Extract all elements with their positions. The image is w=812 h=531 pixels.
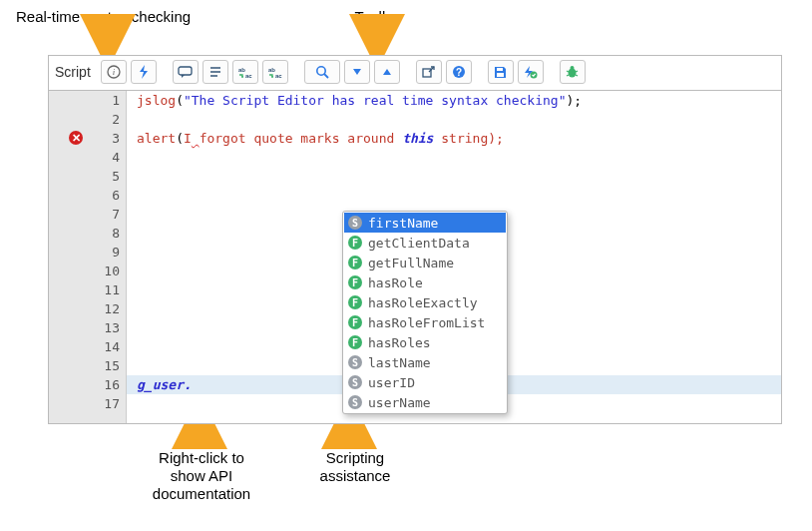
replace-button[interactable]: abac — [232, 60, 258, 84]
property-icon: S — [348, 375, 362, 389]
find-prev-button[interactable] — [374, 60, 400, 84]
autocomplete-item[interactable]: SuserName — [344, 392, 506, 412]
code-punct: ); — [566, 93, 582, 108]
svg-rect-29 — [497, 68, 503, 71]
svg-marker-11 — [182, 75, 185, 78]
gutter-line-number: 14 — [90, 337, 120, 356]
autocomplete-item[interactable]: FhasRoleFromList — [344, 312, 506, 332]
annot-scripting: Scripting assistance — [295, 449, 415, 485]
comment-button[interactable] — [173, 60, 199, 84]
svg-marker-23 — [353, 69, 361, 75]
code-text: string); — [433, 131, 503, 146]
code-active-text: g_user. — [137, 377, 192, 392]
autocomplete-item[interactable]: FhasRole — [344, 272, 506, 292]
autocomplete-label: userID — [368, 375, 415, 390]
svg-rect-30 — [497, 73, 504, 77]
field-label-script: Script — [55, 64, 91, 80]
debug-button[interactable] — [560, 60, 586, 84]
autocomplete-label: firstName — [368, 216, 438, 231]
code-punct: ( — [176, 93, 184, 108]
code-fn: jslog — [137, 93, 176, 108]
code-string: "The Script Editor has real time syntax … — [184, 93, 567, 108]
svg-text:ac: ac — [245, 73, 252, 79]
svg-marker-9 — [140, 65, 148, 79]
function-icon: F — [348, 335, 362, 349]
annot-api-doc: Right-click to show API documentation — [132, 449, 271, 503]
gutter-line-number: 9 — [90, 243, 120, 262]
svg-line-35 — [567, 71, 569, 72]
gutter-line-number: 15 — [90, 356, 120, 375]
annot-syntax-check: Real-time syntax checking — [16, 8, 205, 26]
autocomplete-label: lastName — [368, 355, 431, 370]
function-icon: F — [348, 236, 362, 250]
gutter-line-number: 6 — [90, 186, 120, 205]
code-text: forgot quote marks around — [200, 131, 403, 146]
info-button[interactable]: i — [101, 60, 127, 84]
function-icon: F — [348, 295, 362, 309]
search-button[interactable] — [304, 60, 340, 84]
property-icon: S — [348, 216, 362, 230]
autocomplete-item[interactable]: FhasRoles — [344, 332, 506, 352]
autocomplete-item[interactable]: SuserID — [344, 372, 506, 392]
find-next-button[interactable] — [344, 60, 370, 84]
gutter-line-number: 12 — [90, 299, 120, 318]
replace-all-button[interactable]: abac — [262, 60, 288, 84]
error-icon: ✕ — [69, 131, 83, 145]
gutter: 1234567891011121314151617✕ — [49, 91, 127, 423]
script-editor: Script i abac abac — [48, 55, 782, 424]
svg-line-37 — [567, 75, 569, 76]
autocomplete-item[interactable]: SlastName — [344, 352, 506, 372]
function-icon: F — [348, 315, 362, 329]
format-button[interactable] — [203, 60, 228, 84]
save-button[interactable] — [488, 60, 514, 84]
property-icon: S — [348, 355, 362, 369]
function-icon: F — [348, 256, 362, 269]
gutter-line-number: 8 — [90, 224, 120, 243]
svg-line-36 — [576, 71, 578, 72]
svg-rect-10 — [179, 67, 192, 75]
svg-line-22 — [324, 74, 328, 78]
svg-marker-24 — [383, 69, 391, 75]
validate-button[interactable] — [518, 60, 544, 84]
gutter-line-number: 16 — [90, 375, 120, 394]
autocomplete-item[interactable]: FgetClientData — [344, 233, 506, 253]
gutter-line-number: 10 — [90, 262, 120, 280]
autocomplete-label: hasRoleFromList — [368, 315, 485, 330]
code-area[interactable]: 1234567891011121314151617✕ jslog("The Sc… — [49, 90, 781, 423]
svg-marker-17 — [241, 76, 243, 78]
autocomplete-label: hasRoles — [368, 335, 431, 350]
svg-marker-20 — [271, 76, 273, 78]
gutter-line-number: 17 — [90, 394, 120, 413]
svg-point-34 — [571, 66, 575, 70]
gutter-line-number: 13 — [90, 318, 120, 337]
svg-point-21 — [317, 67, 325, 75]
gutter-line-number: 4 — [90, 148, 120, 167]
gutter-line-number: 7 — [90, 205, 120, 224]
autocomplete-popup[interactable]: SfirstNameFgetClientDataFgetFullNameFhas… — [342, 211, 508, 414]
code-this: this — [402, 131, 433, 146]
gutter-line-number: 2 — [90, 110, 120, 129]
function-icon: F — [348, 275, 362, 289]
gutter-line-number: 3 — [90, 129, 120, 148]
autocomplete-item[interactable]: SfirstName — [344, 213, 506, 233]
autocomplete-label: hasRoleExactly — [368, 295, 478, 310]
autocomplete-label: getFullName — [368, 256, 454, 270]
autocomplete-label: getClientData — [368, 236, 470, 251]
svg-text:ac: ac — [275, 73, 282, 79]
svg-text:?: ? — [456, 67, 462, 78]
gutter-line-number: 1 — [90, 91, 120, 110]
code-punct: ( — [176, 131, 184, 146]
code-fn: alert — [137, 131, 176, 146]
autocomplete-label: userName — [368, 395, 431, 410]
autocomplete-label: hasRole — [368, 275, 423, 290]
autocomplete-item[interactable]: FgetFullName — [344, 253, 506, 272]
property-icon: S — [348, 395, 362, 409]
svg-text:i: i — [113, 67, 116, 77]
lightning-button[interactable] — [131, 60, 157, 84]
gutter-line-number: 5 — [90, 167, 120, 186]
gutter-line-number: 11 — [90, 280, 120, 299]
help-button[interactable]: ? — [446, 60, 472, 84]
autocomplete-item[interactable]: FhasRoleExactly — [344, 292, 506, 312]
popout-button[interactable] — [416, 60, 442, 84]
editor-toolbar: Script i abac abac — [49, 56, 781, 88]
